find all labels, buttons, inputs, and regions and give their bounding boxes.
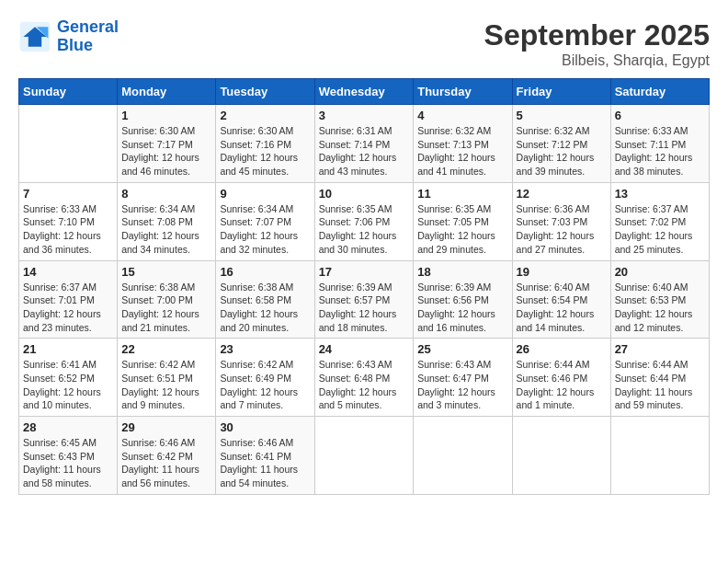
day-number: 2 — [220, 109, 310, 122]
location-title: Bilbeis, Sharqia, Egypt — [484, 52, 710, 69]
calendar-cell: 16Sunrise: 6:38 AM Sunset: 6:58 PM Dayli… — [216, 260, 314, 339]
day-info: Sunrise: 6:33 AM Sunset: 7:11 PM Dayligh… — [615, 124, 705, 178]
day-number: 20 — [615, 265, 705, 279]
day-info: Sunrise: 6:32 AM Sunset: 7:12 PM Dayligh… — [517, 124, 607, 178]
day-number: 18 — [417, 265, 507, 279]
day-info: Sunrise: 6:37 AM Sunset: 7:01 PM Dayligh… — [23, 281, 113, 335]
day-number: 17 — [319, 265, 410, 279]
day-info: Sunrise: 6:44 AM Sunset: 6:46 PM Dayligh… — [517, 358, 607, 412]
calendar-cell: 8Sunrise: 6:34 AM Sunset: 7:08 PM Daylig… — [118, 182, 216, 260]
day-number: 27 — [615, 342, 705, 356]
day-info: Sunrise: 6:38 AM Sunset: 7:00 PM Dayligh… — [121, 281, 211, 335]
day-info: Sunrise: 6:37 AM Sunset: 7:02 PM Dayligh… — [615, 202, 705, 257]
day-number: 9 — [220, 187, 310, 201]
day-number: 12 — [517, 187, 607, 201]
day-info: Sunrise: 6:33 AM Sunset: 7:10 PM Dayligh… — [23, 202, 113, 257]
day-info: Sunrise: 6:41 AM Sunset: 6:52 PM Dayligh… — [23, 358, 113, 412]
day-info: Sunrise: 6:44 AM Sunset: 6:44 PM Dayligh… — [615, 358, 705, 412]
calendar-cell: 14Sunrise: 6:37 AM Sunset: 7:01 PM Dayli… — [19, 260, 118, 339]
calendar-cell: 30Sunrise: 6:46 AM Sunset: 6:41 PM Dayli… — [216, 417, 314, 495]
calendar-cell: 17Sunrise: 6:39 AM Sunset: 6:57 PM Dayli… — [314, 260, 414, 339]
day-info: Sunrise: 6:35 AM Sunset: 7:06 PM Dayligh… — [319, 202, 410, 257]
month-title: September 2025 — [484, 18, 710, 52]
day-number: 6 — [615, 109, 705, 122]
calendar-cell: 4Sunrise: 6:32 AM Sunset: 7:13 PM Daylig… — [414, 105, 512, 183]
day-number: 21 — [23, 342, 113, 356]
day-number: 15 — [121, 265, 211, 279]
calendar-week-row: 21Sunrise: 6:41 AM Sunset: 6:52 PM Dayli… — [19, 339, 710, 417]
calendar-cell: 7Sunrise: 6:33 AM Sunset: 7:10 PM Daylig… — [19, 182, 118, 260]
weekday-header-saturday: Saturday — [610, 79, 709, 105]
logo-text: General Blue — [57, 18, 119, 55]
logo: General Blue — [18, 18, 119, 55]
day-info: Sunrise: 6:42 AM Sunset: 6:51 PM Dayligh… — [121, 358, 211, 412]
day-info: Sunrise: 6:36 AM Sunset: 7:03 PM Dayligh… — [517, 202, 607, 257]
calendar-cell: 13Sunrise: 6:37 AM Sunset: 7:02 PM Dayli… — [610, 182, 709, 260]
calendar-cell: 23Sunrise: 6:42 AM Sunset: 6:49 PM Dayli… — [216, 339, 314, 417]
calendar-cell: 3Sunrise: 6:31 AM Sunset: 7:14 PM Daylig… — [314, 105, 414, 183]
day-info: Sunrise: 6:40 AM Sunset: 6:54 PM Dayligh… — [517, 281, 607, 335]
day-number: 14 — [23, 265, 113, 279]
calendar-week-row: 28Sunrise: 6:45 AM Sunset: 6:43 PM Dayli… — [19, 417, 710, 495]
calendar-cell: 6Sunrise: 6:33 AM Sunset: 7:11 PM Daylig… — [610, 105, 709, 183]
day-number: 10 — [319, 187, 410, 201]
day-info: Sunrise: 6:46 AM Sunset: 6:42 PM Dayligh… — [121, 436, 211, 490]
calendar-cell: 26Sunrise: 6:44 AM Sunset: 6:46 PM Dayli… — [512, 339, 610, 417]
calendar-week-row: 14Sunrise: 6:37 AM Sunset: 7:01 PM Dayli… — [19, 260, 710, 339]
calendar-cell: 10Sunrise: 6:35 AM Sunset: 7:06 PM Dayli… — [314, 182, 414, 260]
header: General Blue September 2025 Bilbeis, Sha… — [18, 18, 710, 69]
calendar-cell — [414, 417, 512, 495]
calendar-cell: 9Sunrise: 6:34 AM Sunset: 7:07 PM Daylig… — [216, 182, 314, 260]
day-info: Sunrise: 6:39 AM Sunset: 6:56 PM Dayligh… — [417, 281, 507, 335]
weekday-header-wednesday: Wednesday — [314, 79, 414, 105]
day-number: 19 — [517, 265, 607, 279]
logo-icon — [18, 20, 51, 53]
title-block: September 2025 Bilbeis, Sharqia, Egypt — [484, 18, 710, 69]
calendar-cell — [314, 417, 414, 495]
calendar-cell: 11Sunrise: 6:35 AM Sunset: 7:05 PM Dayli… — [414, 182, 512, 260]
calendar-cell: 5Sunrise: 6:32 AM Sunset: 7:12 PM Daylig… — [512, 105, 610, 183]
day-number: 5 — [517, 109, 607, 122]
weekday-header-row: SundayMondayTuesdayWednesdayThursdayFrid… — [19, 79, 710, 105]
calendar-cell: 12Sunrise: 6:36 AM Sunset: 7:03 PM Dayli… — [512, 182, 610, 260]
day-number: 11 — [417, 187, 507, 201]
day-info: Sunrise: 6:35 AM Sunset: 7:05 PM Dayligh… — [417, 202, 507, 257]
day-number: 1 — [121, 109, 211, 122]
day-info: Sunrise: 6:31 AM Sunset: 7:14 PM Dayligh… — [319, 124, 410, 178]
calendar-cell: 15Sunrise: 6:38 AM Sunset: 7:00 PM Dayli… — [118, 260, 216, 339]
day-number: 16 — [220, 265, 310, 279]
calendar-cell: 21Sunrise: 6:41 AM Sunset: 6:52 PM Dayli… — [19, 339, 118, 417]
logo-line2: Blue — [57, 36, 93, 54]
day-info: Sunrise: 6:38 AM Sunset: 6:58 PM Dayligh… — [220, 281, 310, 335]
calendar-cell: 27Sunrise: 6:44 AM Sunset: 6:44 PM Dayli… — [610, 339, 709, 417]
day-number: 7 — [23, 187, 113, 201]
day-info: Sunrise: 6:39 AM Sunset: 6:57 PM Dayligh… — [319, 281, 410, 335]
calendar-cell: 2Sunrise: 6:30 AM Sunset: 7:16 PM Daylig… — [216, 105, 314, 183]
day-info: Sunrise: 6:40 AM Sunset: 6:53 PM Dayligh… — [615, 281, 705, 335]
calendar-week-row: 1Sunrise: 6:30 AM Sunset: 7:17 PM Daylig… — [19, 105, 710, 183]
day-info: Sunrise: 6:30 AM Sunset: 7:16 PM Dayligh… — [220, 124, 310, 178]
day-number: 3 — [319, 109, 410, 122]
calendar-cell — [512, 417, 610, 495]
day-info: Sunrise: 6:45 AM Sunset: 6:43 PM Dayligh… — [23, 436, 113, 490]
calendar-cell: 28Sunrise: 6:45 AM Sunset: 6:43 PM Dayli… — [19, 417, 118, 495]
logo-line1: General — [57, 17, 119, 36]
calendar-cell: 29Sunrise: 6:46 AM Sunset: 6:42 PM Dayli… — [118, 417, 216, 495]
weekday-header-tuesday: Tuesday — [216, 79, 314, 105]
calendar-cell: 1Sunrise: 6:30 AM Sunset: 7:17 PM Daylig… — [118, 105, 216, 183]
calendar-cell: 22Sunrise: 6:42 AM Sunset: 6:51 PM Dayli… — [118, 339, 216, 417]
weekday-header-sunday: Sunday — [19, 79, 118, 105]
calendar-body: 1Sunrise: 6:30 AM Sunset: 7:17 PM Daylig… — [19, 105, 710, 495]
calendar-cell: 19Sunrise: 6:40 AM Sunset: 6:54 PM Dayli… — [512, 260, 610, 339]
day-number: 13 — [615, 187, 705, 201]
day-number: 25 — [417, 342, 507, 356]
day-info: Sunrise: 6:30 AM Sunset: 7:17 PM Dayligh… — [121, 124, 211, 178]
day-number: 24 — [319, 342, 410, 356]
calendar-cell: 24Sunrise: 6:43 AM Sunset: 6:48 PM Dayli… — [314, 339, 414, 417]
day-number: 23 — [220, 342, 310, 356]
day-info: Sunrise: 6:34 AM Sunset: 7:08 PM Dayligh… — [121, 202, 211, 257]
calendar-cell: 25Sunrise: 6:43 AM Sunset: 6:47 PM Dayli… — [414, 339, 512, 417]
calendar-week-row: 7Sunrise: 6:33 AM Sunset: 7:10 PM Daylig… — [19, 182, 710, 260]
calendar-cell — [19, 105, 118, 183]
day-number: 8 — [121, 187, 211, 201]
